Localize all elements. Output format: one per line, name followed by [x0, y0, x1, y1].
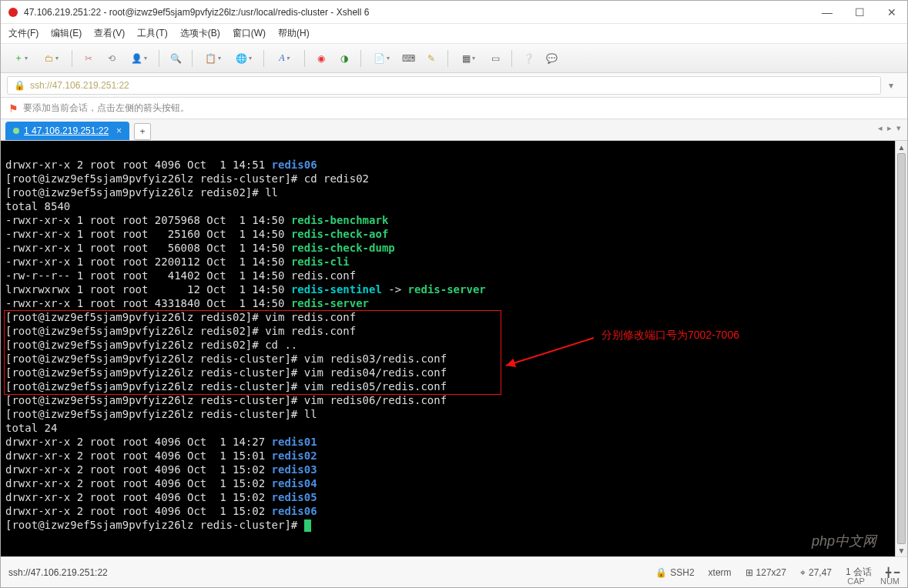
keyboard-button[interactable]: ⌨ [398, 48, 418, 68]
exe-name: redis-benchmark [291, 214, 388, 226]
profile-button[interactable]: 👤 [125, 48, 152, 68]
tile-button[interactable]: ▭ [485, 48, 505, 68]
status-dot-icon [13, 128, 19, 134]
terminal-line: drwxr-xr-x 2 root root 4096 Oct 1 15:02 [5, 491, 272, 503]
toolbar: ＋ 🗀 ✂ ⟲ 👤 🔍 📋 🌐 A ◉ ◑ 📄 ⌨ ✎ ▦ ▭ ❔ 💬 [1, 44, 907, 73]
menu-tabs[interactable]: 选项卡(B) [180, 27, 220, 40]
help-button[interactable]: ❔ [518, 48, 538, 68]
dir-name: redis04 [272, 477, 317, 489]
scrollbar[interactable]: ▲ ▼ [895, 141, 907, 556]
lock-icon: 🔒 [655, 567, 667, 578]
dir-name: redis01 [272, 436, 317, 448]
lock-icon: 🔒 [14, 80, 25, 91]
status-num: NUM [880, 576, 900, 586]
new-session-button[interactable]: ＋ [7, 48, 35, 68]
status-term: xterm [709, 567, 732, 578]
maximize-button[interactable]: ☐ [850, 6, 869, 18]
scroll-track[interactable] [896, 153, 907, 544]
separator-icon [263, 50, 264, 67]
grid-icon: ⊞ [745, 567, 753, 578]
font-button[interactable]: A [270, 48, 298, 68]
terminal-line: total 24 [5, 422, 57, 434]
terminal-line: drwxr-xr-x 2 root root 4096 Oct 1 15:02 [5, 477, 272, 489]
exe-name: redis-cli [291, 256, 350, 268]
scroll-up-icon[interactable]: ▲ [896, 141, 907, 153]
exe-name: redis-server [291, 297, 369, 309]
scroll-thumb[interactable] [897, 153, 906, 544]
tab-close-button[interactable]: × [116, 125, 122, 136]
disconnect-button[interactable]: ⟲ [102, 48, 122, 68]
terminal-line: -rwxr-xr-x 1 root root 56008 Oct 1 14:50 [5, 242, 291, 254]
separator-icon [511, 50, 512, 67]
terminal-line: [root@izwz9ef5sjam9pvfyiz26lz redis-clus… [5, 408, 317, 420]
tab-add-button[interactable]: + [134, 123, 151, 140]
minimize-button[interactable]: — [818, 6, 836, 18]
terminal-line: [root@izwz9ef5sjam9pvfyiz26lz redis02]# … [5, 311, 356, 323]
terminal-line: [root@izwz9ef5sjam9pvfyiz26lz redis-clus… [5, 352, 447, 365]
hint-text: 要添加当前会话，点击左侧的箭头按钮。 [23, 102, 189, 115]
highlight-button[interactable]: ✎ [421, 48, 441, 68]
open-button[interactable]: 🗀 [38, 48, 65, 68]
position-icon: ⌖ [800, 567, 806, 578]
terminal-line: -rwxr-xr-x 1 root root 2200112 Oct 1 14:… [5, 256, 291, 268]
menu-file[interactable]: 文件(F) [8, 27, 39, 40]
dir-name: redis05 [272, 491, 317, 503]
tab-label: 1 47.106.219.251:22 [24, 125, 109, 136]
status-bar: ssh://47.106.219.251:22 🔒SSH2 xterm ⊞ 12… [1, 556, 907, 587]
script-button[interactable]: 📄 [367, 48, 395, 68]
menu-window[interactable]: 窗口(W) [233, 27, 266, 40]
terminal-text: -> [382, 283, 408, 296]
globe-button[interactable]: 🌐 [230, 48, 257, 68]
tab-menu-icon[interactable]: ▾ [896, 123, 901, 133]
status-size: 127x27 [756, 567, 786, 578]
dir-name: redis03 [272, 463, 317, 476]
terminal-line: [root@izwz9ef5sjam9pvfyiz26lz redis02]# … [5, 186, 278, 199]
exe-name: redis-check-aof [291, 228, 388, 240]
terminal[interactable]: drwxr-xr-x 2 root root 4096 Oct 1 14:51 … [1, 141, 907, 556]
terminal-line: [root@izwz9ef5sjam9pvfyiz26lz redis-clus… [5, 519, 304, 531]
xagent-button[interactable]: ◑ [334, 48, 354, 68]
scroll-down-icon[interactable]: ▼ [896, 544, 907, 556]
tab-prev-icon[interactable]: ◂ [878, 123, 883, 133]
svg-point-0 [8, 8, 18, 17]
status-cap: CAP [847, 576, 865, 586]
flag-icon: ⚑ [8, 102, 18, 115]
terminal-line: [root@izwz9ef5sjam9pvfyiz26lz redis-clus… [5, 172, 369, 185]
terminal-container: drwxr-xr-x 2 root root 4096 Oct 1 14:51 … [1, 141, 907, 556]
terminal-line: total 8540 [5, 200, 70, 212]
terminal-line: [root@izwz9ef5sjam9pvfyiz26lz redis-clus… [5, 366, 447, 379]
menu-help[interactable]: 帮助(H) [278, 27, 310, 40]
separator-icon [360, 50, 361, 67]
terminal-line: [root@izwz9ef5sjam9pvfyiz26lz redis-clus… [5, 380, 447, 393]
watermark: php中文网 [812, 532, 876, 550]
copy-button[interactable]: 📋 [199, 48, 226, 68]
search-button[interactable]: 🔍 [166, 48, 186, 68]
status-left: ssh://47.106.219.251:22 [8, 567, 655, 578]
exe-name: redis-check-dump [291, 242, 395, 254]
menubar: 文件(F) 编辑(E) 查看(V) 工具(T) 选项卡(B) 窗口(W) 帮助(… [1, 24, 907, 44]
reconnect-button[interactable]: ✂ [79, 48, 99, 68]
terminal-line: [root@izwz9ef5sjam9pvfyiz26lz redis02]# … [5, 339, 297, 351]
terminal-line: -rwxr-xr-x 1 root root 4331840 Oct 1 14:… [5, 297, 291, 309]
menu-edit[interactable]: 编辑(E) [51, 27, 82, 40]
menu-tools[interactable]: 工具(T) [137, 27, 167, 40]
feedback-button[interactable]: 💬 [541, 48, 561, 68]
terminal-line: -rwxr-xr-x 1 root root 25160 Oct 1 14:50 [5, 228, 291, 240]
address-field[interactable]: 🔒 ssh://47.106.219.251:22 [7, 76, 881, 95]
menu-view[interactable]: 查看(V) [94, 27, 125, 40]
exe-name: redis-server [408, 283, 486, 296]
terminal-line: drwxr-xr-x 2 root root 4096 Oct 1 15:02 [5, 463, 272, 476]
terminal-line: drwxr-xr-x 2 root root 4096 Oct 1 14:27 [5, 436, 272, 448]
close-button[interactable]: ✕ [883, 6, 901, 18]
session-tab[interactable]: 1 47.106.219.251:22 × [5, 122, 129, 140]
terminal-line: [root@izwz9ef5sjam9pvfyiz26lz redis-clus… [5, 394, 447, 406]
separator-icon [72, 50, 72, 67]
link-name: redis-sentinel [291, 283, 382, 296]
status-pos: 27,47 [809, 567, 832, 578]
xftp-button[interactable]: ◉ [311, 48, 331, 68]
tab-next-icon[interactable]: ▸ [887, 123, 892, 133]
layout-button[interactable]: ▦ [454, 48, 482, 68]
address-dropdown-icon[interactable]: ▾ [881, 75, 901, 95]
dir-name: redis02 [272, 449, 317, 462]
separator-icon [159, 50, 159, 67]
